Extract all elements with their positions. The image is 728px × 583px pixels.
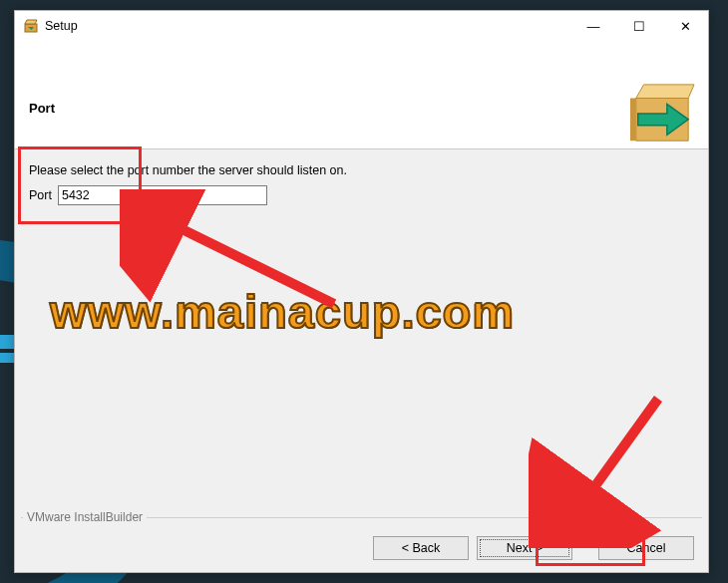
back-button[interactable]: < Back — [373, 536, 469, 560]
box-arrow-icon — [628, 81, 696, 145]
app-icon — [23, 18, 39, 34]
svg-marker-1 — [25, 20, 37, 24]
minimize-button[interactable]: — — [570, 11, 616, 41]
instruction-text: Please select the port number the server… — [29, 163, 694, 177]
titlebar[interactable]: Setup — ☐ ✕ — [15, 11, 708, 41]
setup-window: Setup — ☐ ✕ Port Please select the port … — [14, 10, 709, 573]
close-button[interactable]: ✕ — [662, 11, 708, 41]
wizard-footer: < Back Next > Cancel — [15, 524, 708, 572]
vendor-label: VMware InstallBuilder — [23, 510, 147, 524]
wizard-banner: Port — [15, 41, 708, 149]
port-label: Port — [29, 188, 52, 202]
next-button[interactable]: Next > — [477, 536, 572, 560]
page-title: Port — [29, 101, 55, 116]
svg-marker-5 — [630, 98, 636, 141]
maximize-button[interactable]: ☐ — [616, 11, 662, 41]
cancel-button[interactable]: Cancel — [598, 536, 694, 560]
port-input[interactable] — [58, 185, 267, 205]
window-title: Setup — [45, 19, 78, 33]
svg-marker-4 — [636, 85, 694, 99]
port-row: Port — [29, 185, 694, 205]
wizard-content: Please select the port number the server… — [15, 149, 708, 572]
